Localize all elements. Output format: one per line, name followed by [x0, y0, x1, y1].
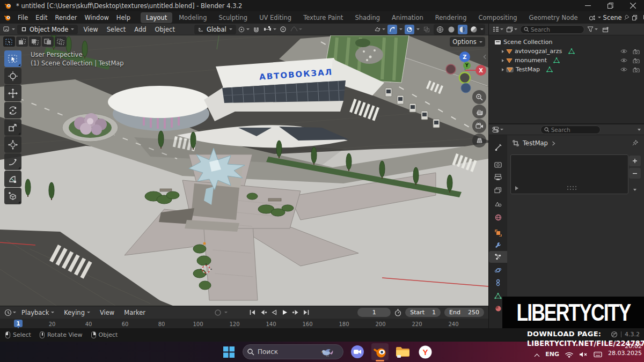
navigation-gizmo[interactable]: Z Y X [440, 45, 488, 97]
timeline-menu-playback[interactable]: Playback [17, 309, 58, 316]
falloff-dropdown[interactable] [290, 25, 302, 34]
transform-orientation-dropdown[interactable]: Global [194, 25, 236, 34]
auto-key-icon[interactable] [214, 309, 222, 316]
current-frame-field[interactable]: 1 [357, 308, 391, 317]
sidebar-toggle-icon[interactable] [484, 55, 487, 60]
remove-item-button[interactable] [629, 168, 641, 179]
outliner-row-monument[interactable]: monument [494, 56, 644, 65]
tab-shading[interactable]: Shading [349, 12, 385, 23]
auto-key-dropdown[interactable] [224, 312, 228, 313]
properties-search[interactable] [540, 125, 601, 134]
properties-search-input[interactable] [551, 127, 597, 133]
prev-keyframe-icon[interactable] [259, 308, 268, 317]
properties-options-icon[interactable] [638, 129, 641, 131]
shading-rendered-icon[interactable] [469, 25, 479, 34]
tray-expand-icon[interactable] [535, 353, 539, 358]
close-button[interactable] [621, 0, 644, 11]
proportional-edit-icon[interactable] [279, 25, 288, 34]
taskbar-search[interactable] [243, 344, 343, 359]
tab-layout[interactable]: Layout [141, 12, 172, 23]
pin-icon[interactable] [632, 139, 639, 146]
properties-breadcrumb[interactable]: TestMap [513, 139, 555, 147]
blender-taskbar-icon[interactable] [371, 343, 389, 360]
meet-now-icon[interactable] [349, 343, 366, 360]
outliner-search[interactable] [520, 25, 584, 34]
tool-rotate[interactable] [4, 102, 21, 119]
ortho-grid-icon[interactable] [472, 134, 486, 147]
menu-help[interactable]: Help [113, 14, 134, 21]
tab-uv-editing[interactable]: UV Editing [254, 12, 297, 23]
minimize-button[interactable] [576, 0, 599, 11]
zoom-icon[interactable] [472, 90, 486, 104]
tool-select-box[interactable] [4, 50, 21, 67]
overlays-toggle[interactable] [405, 25, 414, 34]
new-collection-icon[interactable] [601, 25, 610, 34]
tab-rendering[interactable]: Rendering [430, 12, 472, 23]
play-icon[interactable] [280, 308, 289, 317]
tab-tool-icon[interactable] [489, 142, 507, 153]
gizmos-toggle[interactable] [387, 25, 397, 34]
snap-magnet-icon[interactable] [252, 25, 261, 34]
tab-modifiers-icon[interactable] [489, 239, 507, 251]
tool-annotate[interactable] [4, 153, 21, 170]
select-mode-invert[interactable] [42, 36, 54, 47]
outliner-editor-icon[interactable] [492, 25, 503, 34]
xray-toggle[interactable] [422, 25, 431, 34]
shading-wireframe-icon[interactable] [435, 25, 445, 34]
shading-solid-icon[interactable] [447, 25, 456, 34]
play-reverse-icon[interactable] [269, 308, 279, 317]
vp-menu-view[interactable]: View [80, 26, 101, 33]
tab-modeling[interactable]: Modeling [173, 12, 212, 23]
select-mode-intersect[interactable] [55, 36, 67, 47]
jump-to-start-icon[interactable] [248, 308, 257, 317]
editor-type-icon[interactable] [3, 25, 15, 34]
properties-editor-icon[interactable] [492, 125, 503, 135]
tab-particles-icon[interactable] [489, 251, 507, 263]
touch-keyboard-icon[interactable] [594, 351, 602, 358]
blender-menu-icon[interactable] [3, 14, 12, 21]
tool-move[interactable] [4, 85, 21, 101]
hide-eye-icon[interactable] [620, 67, 627, 72]
restore-button[interactable] [599, 0, 621, 11]
tab-geometry-node[interactable]: Geometry Node [524, 12, 583, 23]
vp-menu-object[interactable]: Object [152, 26, 178, 33]
particle-list-box[interactable] [510, 154, 628, 194]
outliner-search-input[interactable] [531, 26, 581, 33]
tab-view-layer-icon[interactable] [489, 184, 507, 196]
camera-view-icon[interactable] [472, 119, 486, 133]
current-frame-marker[interactable]: 1 [14, 320, 23, 327]
vp-menu-add[interactable]: Add [131, 26, 149, 33]
tab-physics-icon[interactable] [489, 264, 507, 276]
language-indicator[interactable]: ENG [545, 351, 559, 358]
menu-render[interactable]: Render [52, 14, 81, 21]
mode-dropdown[interactable]: Object Mode [17, 25, 78, 34]
tab-object-icon[interactable] [489, 227, 507, 239]
stopwatch-icon[interactable] [394, 309, 401, 316]
outliner-display-mode-icon[interactable] [506, 25, 517, 34]
tool-add-cube[interactable] [4, 188, 21, 204]
next-keyframe-icon[interactable] [291, 308, 300, 317]
hide-eye-icon[interactable] [620, 49, 627, 54]
tab-animation[interactable]: Animation [386, 12, 429, 23]
frame-end-field[interactable]: End250 [444, 308, 484, 317]
visibility-dropdown[interactable] [374, 25, 385, 34]
shading-material-icon[interactable] [458, 25, 467, 34]
tool-scale[interactable] [4, 119, 21, 136]
timeline-menu-keying[interactable]: Keying [60, 309, 94, 316]
file-explorer-icon[interactable] [394, 343, 411, 360]
tool-transform[interactable] [4, 136, 21, 153]
pan-hand-icon[interactable] [472, 105, 486, 119]
filter-icon[interactable] [587, 25, 598, 34]
taskbar-search-input[interactable] [258, 348, 317, 356]
tab-sculpting[interactable]: Sculpting [213, 12, 253, 23]
frame-start-field[interactable]: Start1 [405, 308, 441, 317]
specials-menu-button[interactable] [629, 184, 641, 195]
expand-triangle-icon[interactable] [515, 186, 518, 190]
jump-to-end-icon[interactable] [302, 308, 311, 317]
wifi-icon[interactable] [565, 351, 573, 358]
vp-menu-select[interactable]: Select [104, 26, 129, 33]
yandex-browser-icon[interactable]: Y [416, 343, 434, 360]
outliner-row-scene-collection[interactable]: Scene Collection [494, 38, 644, 47]
timeline-menu-view[interactable]: View [96, 309, 119, 316]
menu-window[interactable]: Window [80, 14, 112, 21]
